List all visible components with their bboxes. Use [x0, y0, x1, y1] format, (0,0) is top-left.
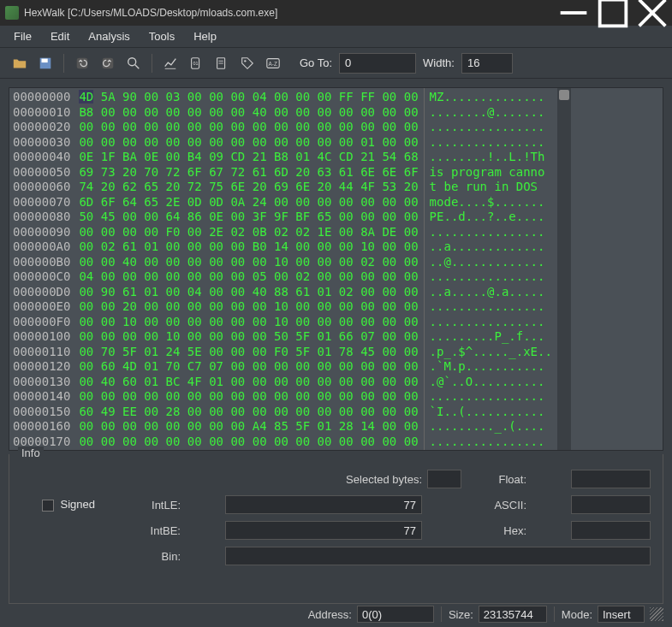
- size-label: Size:: [449, 608, 473, 621]
- window-title: HexWalk [C:/Users/MLOADS/Desktop/mloads.…: [24, 7, 554, 19]
- ascii-value[interactable]: [571, 495, 651, 514]
- size-value[interactable]: [479, 606, 547, 623]
- info-panel: Info Selected bytes: Float: Signed IntLE…: [9, 454, 663, 604]
- signed-label: Signed: [61, 498, 95, 511]
- menu-analysis[interactable]: Analysis: [80, 27, 138, 45]
- statusbar: Address: Size: Mode:: [0, 604, 672, 624]
- window-buttons: [554, 0, 672, 26]
- svg-line-9: [135, 64, 140, 68]
- svg-point-8: [128, 57, 136, 65]
- svg-rect-7: [103, 57, 114, 68]
- binary-icon[interactable]: 01: [185, 52, 207, 74]
- signed-checkbox[interactable]: [42, 500, 54, 512]
- scrollbar[interactable]: [557, 88, 571, 450]
- menu-help[interactable]: Help: [185, 27, 225, 45]
- offset-column: 0000000000000010000000200000003000000040…: [9, 88, 74, 450]
- hex-label: Hex:: [467, 524, 526, 537]
- maximize-button[interactable]: [593, 0, 633, 26]
- bin-value[interactable]: [225, 547, 651, 565]
- minimize-button[interactable]: [554, 0, 593, 26]
- svg-rect-1: [600, 0, 627, 26]
- app-icon: [5, 6, 19, 20]
- svg-text:01: 01: [193, 60, 198, 65]
- az-icon[interactable]: A-Z: [262, 52, 284, 74]
- toolbar-separator: [152, 54, 152, 73]
- float-label: Float:: [467, 473, 526, 486]
- menu-file[interactable]: File: [5, 27, 40, 45]
- info-group-label: Info: [18, 447, 44, 459]
- document-icon[interactable]: [211, 52, 233, 74]
- close-button[interactable]: [633, 0, 672, 26]
- intle-value[interactable]: [225, 495, 422, 514]
- goto-label: Go To:: [300, 56, 332, 69]
- ascii-label: ASCII:: [467, 499, 526, 512]
- ascii-column[interactable]: MZ......................@...............…: [424, 88, 557, 450]
- toolbar-separator: [63, 54, 64, 73]
- svg-point-16: [244, 60, 246, 62]
- address-label: Address:: [308, 608, 352, 621]
- resize-grip[interactable]: [650, 607, 663, 621]
- open-folder-icon[interactable]: [9, 52, 31, 74]
- hex-viewer: 0000000000000010000000200000003000000040…: [0, 79, 672, 454]
- hex-value[interactable]: [571, 521, 651, 540]
- svg-rect-6: [77, 57, 88, 68]
- svg-rect-5: [42, 58, 48, 62]
- toolbar: 01 A-Z Go To: Width:: [0, 48, 672, 79]
- intbe-label: IntBE:: [121, 524, 181, 537]
- goto-input[interactable]: [339, 53, 416, 74]
- mode-value[interactable]: [598, 606, 645, 623]
- chart-icon[interactable]: [159, 52, 181, 74]
- mode-label: Mode:: [562, 608, 592, 621]
- float-value[interactable]: [571, 470, 651, 488]
- search-icon[interactable]: [122, 52, 145, 74]
- tag-icon[interactable]: [236, 52, 259, 74]
- intbe-value[interactable]: [225, 521, 422, 540]
- menu-tools[interactable]: Tools: [140, 27, 183, 45]
- hex-panel[interactable]: 0000000000000010000000200000003000000040…: [9, 87, 663, 451]
- width-label: Width:: [423, 56, 455, 69]
- menu-edit[interactable]: Edit: [42, 27, 78, 45]
- scrollbar-thumb[interactable]: [559, 90, 569, 100]
- address-value[interactable]: [357, 606, 434, 623]
- selectedbytes-value[interactable]: [427, 470, 461, 488]
- svg-text:A-Z: A-Z: [269, 60, 277, 66]
- hex-bytes-column[interactable]: 4D 5A 90 00 03 00 00 00 04 00 00 00 FF F…: [74, 88, 423, 450]
- signed-checkbox-wrap[interactable]: Signed: [21, 498, 116, 512]
- titlebar: HexWalk [C:/Users/MLOADS/Desktop/mloads.…: [0, 0, 672, 26]
- bin-label: Bin:: [121, 550, 181, 563]
- intle-label: IntLE:: [121, 499, 181, 512]
- selectedbytes-label: Selected bytes:: [225, 473, 422, 486]
- save-icon[interactable]: [34, 52, 56, 74]
- redo-icon[interactable]: [97, 52, 119, 74]
- width-input[interactable]: [461, 53, 513, 74]
- undo-icon[interactable]: [71, 52, 93, 74]
